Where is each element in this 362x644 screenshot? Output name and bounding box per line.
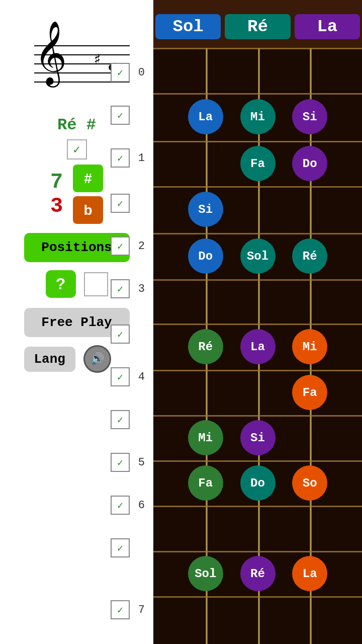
fret-checkbox-column: ✓ 0 ✓ ✓ 1 ✓ ✓ 2 ✓ 3 ✓ ✓ 4 ✓ ✓ 5: [0, 48, 153, 644]
note-sol-fret5-str2[interactable]: Sol: [240, 238, 276, 274]
fret-checkbox-blank5[interactable]: ✓: [111, 538, 130, 557]
check-icon: ✓: [117, 66, 123, 79]
fret-line-2: [153, 141, 362, 142]
fret-line-6: [153, 324, 362, 325]
note-la-fret7-str2[interactable]: La: [240, 329, 276, 364]
check-icon: ✓: [117, 197, 123, 210]
check-icon: ✓: [117, 283, 123, 295]
string-header-la: La: [295, 14, 360, 39]
fret-line-11: [153, 551, 362, 552]
note-re-fret5-str3[interactable]: Ré: [292, 238, 327, 274]
check-icon: ✓: [117, 109, 123, 122]
fret-checkbox-blank4[interactable]: ✓: [111, 410, 130, 429]
note-si-fret9-str2[interactable]: Si: [240, 420, 276, 455]
fret-number-1: 1: [135, 152, 145, 165]
check-icon: ✓: [117, 604, 123, 616]
note-la-fret12-str3[interactable]: La: [292, 556, 327, 591]
fret-row-7: ✓ 7: [111, 600, 145, 619]
note-do-fret3-str3[interactable]: Do: [292, 146, 327, 181]
fret-checkbox-2[interactable]: ✓: [111, 236, 130, 256]
fret-row-blank2: ✓: [111, 194, 145, 213]
fret-number-6: 6: [135, 499, 145, 512]
fret-row-blank1: ✓: [111, 106, 145, 125]
fret-number-7: 7: [135, 604, 145, 616]
note-so-fret10-str3[interactable]: So: [292, 465, 327, 501]
fret-row-6: ✓ 6: [111, 496, 145, 515]
check-icon: ✓: [117, 371, 123, 383]
note-do-fret5-str1[interactable]: Do: [188, 238, 223, 274]
fret-row-blank4: ✓: [111, 410, 145, 429]
fret-line-0: [153, 48, 362, 49]
note-fa-fret8-str3[interactable]: Fa: [292, 375, 327, 410]
fret-number-4: 4: [135, 371, 145, 383]
check-icon: ✓: [117, 328, 123, 341]
fret-number-5: 5: [135, 456, 145, 469]
fret-line-12: [153, 596, 362, 598]
fret-line-8: [153, 415, 362, 417]
note-mi-fret7-str3[interactable]: Mi: [292, 329, 327, 364]
fret-row-1: ✓ 1: [111, 148, 145, 168]
fret-line-10: [153, 506, 362, 507]
string-headers-row: Sol Ré La: [153, 0, 362, 48]
note-re-fret7-str1[interactable]: Ré: [188, 329, 223, 364]
fret-checkbox-1[interactable]: ✓: [111, 148, 130, 168]
check-icon: ✓: [117, 152, 123, 165]
note-fa-fret3-str2[interactable]: Fa: [240, 146, 276, 181]
fret-checkbox-5[interactable]: ✓: [111, 453, 130, 472]
note-la-fret2-str1[interactable]: La: [188, 99, 223, 134]
note-do-fret10-str2[interactable]: Do: [240, 465, 276, 501]
fretboard-panel: Sol Ré La La Mi Si Fa: [153, 0, 362, 644]
fret-row-blank3: ✓: [111, 325, 145, 344]
fretboard-body[interactable]: La Mi Si Fa Do Si Do Sol Ré Ré La Mi Fa …: [153, 48, 362, 644]
note-sol-fret12-str1[interactable]: Sol: [188, 556, 223, 591]
fret-checkbox-6[interactable]: ✓: [111, 496, 130, 515]
note-mi-fret2-str2[interactable]: Mi: [240, 99, 276, 134]
fret-row-3: ✓ 3: [111, 279, 145, 298]
fret-number-2: 2: [135, 240, 145, 253]
note-fa-fret10-str1[interactable]: Fa: [188, 465, 223, 501]
fret-checkbox-blank3[interactable]: ✓: [111, 325, 130, 344]
fret-row-blank5: ✓: [111, 538, 145, 557]
fret-checkbox-blank2[interactable]: ✓: [111, 194, 130, 213]
note-si-fret4-str1[interactable]: Si: [188, 192, 223, 227]
fret-line-1: [153, 93, 362, 95]
fret-line-7: [153, 370, 362, 371]
fret-number-0: 0: [135, 66, 145, 79]
string-header-sol: Sol: [155, 14, 221, 39]
fret-row-2: ✓ 2: [111, 236, 145, 256]
note-mi-fret9-str1[interactable]: Mi: [188, 420, 223, 455]
fret-row-4: ✓ 4: [111, 367, 145, 386]
staff-line-1: [34, 45, 130, 46]
check-icon: ✓: [117, 240, 123, 253]
fret-row-0: ✓ 0: [111, 63, 145, 82]
fret-line-3: [153, 186, 362, 188]
note-re-fret12-str2[interactable]: Ré: [240, 556, 276, 591]
fret-line-9: [153, 460, 362, 462]
fret-line-5: [153, 279, 362, 281]
check-icon: ✓: [117, 542, 123, 554]
fret-checkbox-0[interactable]: ✓: [111, 63, 130, 82]
check-icon: ✓: [117, 456, 123, 469]
fret-checkbox-blank1[interactable]: ✓: [111, 106, 130, 125]
check-icon: ✓: [117, 414, 123, 426]
fret-checkbox-4[interactable]: ✓: [111, 367, 130, 386]
fret-number-3: 3: [135, 283, 145, 295]
string-header-re: Ré: [225, 14, 290, 39]
check-icon: ✓: [117, 499, 123, 512]
note-si-fret2-str3[interactable]: Si: [292, 99, 327, 134]
fret-row-5: ✓ 5: [111, 453, 145, 472]
fret-checkbox-3[interactable]: ✓: [111, 279, 130, 298]
fret-line-4: [153, 233, 362, 234]
fret-checkbox-7[interactable]: ✓: [111, 600, 130, 619]
